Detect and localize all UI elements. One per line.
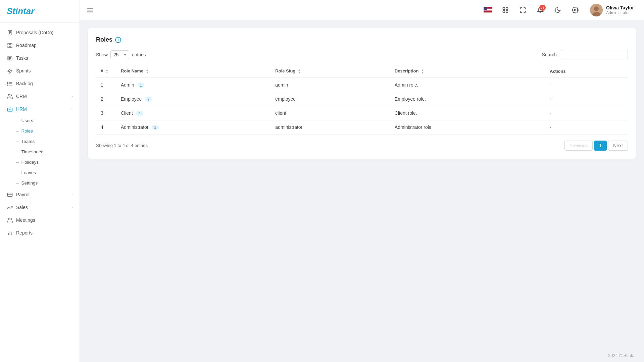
sidebar-item-payroll[interactable]: Payroll › [0, 188, 80, 201]
cell-actions: - [545, 120, 628, 134]
settings-dash: – [16, 180, 19, 186]
user-info: Olivia Taylor Administrator [606, 5, 634, 15]
cell-description: Administrator role. [390, 120, 545, 134]
timesheets-dash: – [16, 149, 19, 154]
role-name-text: Administrator [121, 124, 148, 130]
logo: Stintar [0, 0, 80, 23]
sidebar-item-settings[interactable]: – Settings [0, 178, 80, 188]
cell-num: 4 [96, 120, 116, 134]
sidebar-item-timesheets[interactable]: – Timesheets [0, 147, 80, 157]
tasks-icon [7, 55, 13, 61]
svg-marker-12 [8, 68, 12, 73]
search-input[interactable] [561, 50, 628, 59]
sidebar-item-sprints[interactable]: Sprints [0, 64, 80, 77]
table-row: 3 Client 4 client Client role. - [96, 106, 628, 120]
sort-role-slug-icon: ▲▼ [298, 69, 301, 74]
sidebar-item-holidays[interactable]: – Holidays [0, 157, 80, 167]
page-1-button[interactable]: 1 [594, 141, 607, 151]
cell-description: Admin role. [390, 78, 545, 92]
cell-role-name: Employee 7 [116, 92, 270, 106]
next-button[interactable]: Next [608, 141, 628, 151]
holidays-dash: – [16, 160, 19, 165]
sales-chevron-icon: › [71, 205, 73, 209]
notifications-button[interactable]: 52 [534, 4, 546, 16]
sidebar-item-sales-label: Sales [16, 205, 28, 210]
sidebar-item-users[interactable]: – Users [0, 115, 80, 126]
sidebar-item-reports[interactable]: Reports [0, 226, 80, 239]
crm-icon [7, 93, 13, 99]
role-count-badge: 4 [136, 111, 143, 116]
role-name-text: Employee [121, 96, 142, 102]
col-header-description[interactable]: Description ▲▼ [390, 65, 545, 78]
sidebar-item-teams[interactable]: – Teams [0, 136, 80, 147]
teams-dash: – [16, 139, 19, 144]
showing-text: Showing 1 to 4 of 4 entries [96, 143, 148, 148]
svg-rect-40 [484, 12, 492, 12]
dark-mode-button[interactable] [552, 4, 564, 16]
sidebar-item-tasks[interactable]: Tasks [0, 52, 80, 64]
sidebar-item-crm[interactable]: CRM › [0, 90, 80, 103]
svg-rect-46 [506, 10, 508, 12]
role-count-badge: 7 [145, 97, 152, 102]
info-icon[interactable]: i [115, 37, 121, 43]
cell-actions: - [545, 106, 628, 120]
svg-point-25 [8, 218, 10, 220]
sidebar-item-roles[interactable]: – Roles [0, 126, 80, 136]
pagination-row: Showing 1 to 4 of 4 entries Previous 1 N… [96, 141, 628, 151]
avatar [590, 4, 603, 16]
svg-rect-44 [506, 7, 508, 9]
sidebar-item-payroll-label: Payroll [16, 192, 31, 197]
sidebar-item-leaves[interactable]: – Leaves [0, 167, 80, 178]
payroll-chevron-icon: › [71, 193, 73, 197]
sidebar-item-reports-label: Reports [16, 230, 33, 236]
sidebar-item-roadmap[interactable]: Roadmap [0, 39, 80, 52]
role-name-text: Client [121, 110, 133, 116]
apps-button[interactable] [499, 4, 511, 16]
col-header-num[interactable]: # ▲▼ [96, 65, 116, 78]
cell-actions: - [545, 92, 628, 106]
menu-toggle-button[interactable] [87, 6, 94, 14]
logo-text: Stintar [7, 6, 73, 16]
document-icon [7, 30, 13, 36]
leaves-dash: – [16, 170, 19, 175]
sidebar-item-roadmap-label: Roadmap [16, 43, 37, 48]
user-profile[interactable]: Olivia Taylor Administrator [587, 2, 637, 18]
sidebar-item-teams-label: Teams [21, 139, 35, 144]
settings-button[interactable] [569, 4, 581, 16]
roles-dash: – [16, 128, 19, 134]
hrm-icon [7, 106, 13, 112]
roadmap-icon [7, 42, 13, 48]
language-selector-button[interactable] [482, 4, 494, 16]
sidebar-item-backlog-label: Backlog [16, 81, 33, 86]
svg-rect-45 [503, 10, 505, 12]
sidebar-item-proposals[interactable]: Proposals (CoCo) [0, 26, 80, 39]
sales-icon [7, 204, 13, 210]
page-title: Roles [96, 36, 112, 43]
svg-rect-39 [484, 11, 492, 12]
hrm-chevron-icon: › [70, 108, 74, 110]
col-header-role-name[interactable]: Role Name ▲▼ [116, 65, 270, 78]
svg-rect-43 [503, 7, 505, 9]
sidebar-item-meetings[interactable]: Meetings [0, 214, 80, 226]
entries-select[interactable]: 25 10 50 100 [110, 50, 129, 59]
col-header-role-slug[interactable]: Role Slug ▲▼ [270, 65, 390, 78]
search-box: Search: [542, 50, 628, 59]
sidebar-item-hrm[interactable]: HRM › [0, 103, 80, 115]
cell-role-slug: employee [270, 92, 390, 106]
sidebar-item-sprints-label: Sprints [16, 68, 31, 73]
previous-button[interactable]: Previous [564, 141, 593, 151]
sidebar-item-settings-label: Settings [21, 180, 38, 186]
svg-point-49 [594, 6, 599, 11]
cell-description: Client role. [390, 106, 545, 120]
sidebar-item-sales[interactable]: Sales › [0, 201, 80, 214]
show-entries: Show 25 10 50 100 entries [96, 50, 146, 59]
fullscreen-button[interactable] [517, 4, 529, 16]
hrm-sub-nav: – Users – Roles – Teams – Timesheets – H… [0, 115, 80, 188]
role-name-text: Admin [121, 82, 134, 88]
sidebar-item-hrm-label: HRM [16, 106, 27, 112]
svg-rect-5 [10, 43, 12, 45]
footer: 2024 © Stintar [80, 349, 644, 362]
notification-count: 52 [539, 5, 546, 11]
sidebar-item-backlog[interactable]: Backlog [0, 77, 80, 90]
sidebar-item-tasks-label: Tasks [16, 55, 28, 61]
